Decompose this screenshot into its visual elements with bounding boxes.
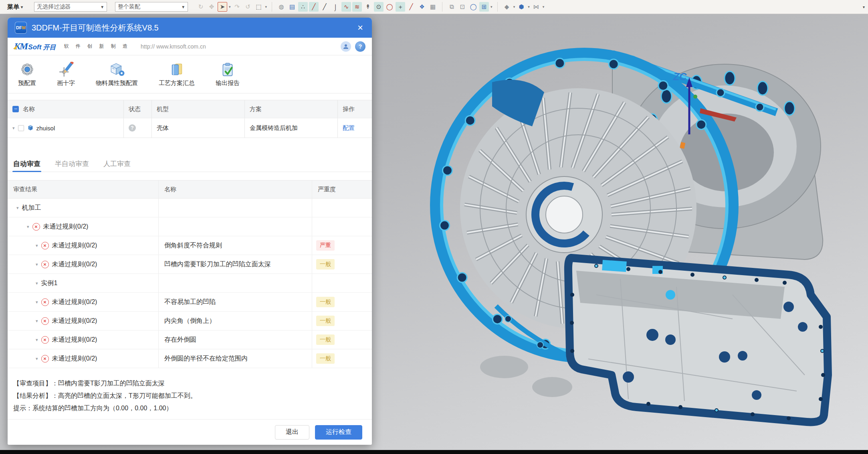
circle-icon[interactable]: ⊙ <box>374 2 384 12</box>
output-report-button[interactable]: 输出报告 <box>216 62 240 87</box>
exit-button[interactable]: 退出 <box>275 425 309 440</box>
result-tree-row[interactable]: ▾✕未通过规则(0/2)凹槽内需要T影刀加工的凹陷立面太深一般 <box>8 255 372 274</box>
result-table-header: 审查结果 名称 严重度 <box>8 180 372 199</box>
result-tree-row[interactable]: ▾机加工 <box>8 199 372 217</box>
rule-failed-icon: ✕ <box>32 223 40 231</box>
line-angled-icon[interactable]: ╱ <box>406 2 416 12</box>
preconfig-button[interactable]: 预配置 <box>18 62 36 87</box>
menu-button[interactable]: 菜单 ▾ <box>4 3 26 11</box>
chevron-down-icon: ▼ <box>100 5 104 9</box>
part-icon[interactable]: ◆ <box>502 2 512 12</box>
run-check-button[interactable]: 运行检查 <box>315 425 362 440</box>
expand-caret-icon[interactable]: ▾ <box>16 205 19 211</box>
measure-icon[interactable]: ⋈ <box>531 2 541 12</box>
solid-icon[interactable]: ⬢ <box>517 2 526 12</box>
assembly-row[interactable]: ▾ zhuisol ? 壳体 金属模铸造后机加 配置 <box>8 118 372 138</box>
ellipse-tool-icon[interactable]: ◯ <box>468 2 478 12</box>
detail-result-analysis: 【结果分析】：高亮的凹槽的立面太深，T形刀可能都加工不到。 <box>13 389 366 402</box>
pencil-cross-icon <box>59 62 74 77</box>
model-lug <box>532 377 572 397</box>
select-rect-icon[interactable]: ⬚ <box>254 2 264 12</box>
window-capture-icon[interactable]: ⧉ <box>447 2 456 12</box>
select-all-checkbox[interactable]: – <box>12 106 19 112</box>
bottom-edge-bar <box>0 450 868 454</box>
process-folder-icon <box>169 62 184 77</box>
selection-scope-dropdown[interactable]: 整个装配 ▼ <box>115 2 188 12</box>
sketch-line-icon[interactable]: ╱ <box>320 2 329 12</box>
expand-caret-icon[interactable]: ▾ <box>36 243 38 248</box>
face-icon[interactable]: ❖ <box>417 2 427 12</box>
row-checkbox[interactable] <box>18 125 24 131</box>
material-preconfig-button[interactable]: 物料属性预配置 <box>96 62 138 87</box>
action-label: 预配置 <box>18 79 36 87</box>
point-icon[interactable]: ＋ <box>396 2 405 12</box>
chevron-down-icon[interactable]: ▾ <box>543 5 545 9</box>
expand-caret-icon[interactable]: ▾ <box>12 126 15 131</box>
tab-auto-review[interactable]: 自动审查 <box>13 156 40 172</box>
result-tree-row[interactable]: ▾✕未通过规则(0/2) <box>8 217 372 236</box>
action-label: 物料属性预配置 <box>96 79 138 87</box>
chevron-down-icon[interactable]: ▾ <box>265 5 267 9</box>
model-3d-view[interactable]: ZC <box>372 14 868 450</box>
ellipse-icon[interactable]: ◯ <box>385 2 394 12</box>
chevron-down-icon[interactable]: ▾ <box>513 5 515 9</box>
grid-window-icon[interactable]: ⊞ <box>479 2 489 12</box>
mesh-icon[interactable]: ▦ <box>428 2 438 12</box>
chevron-down-icon[interactable]: ▾ <box>491 5 493 9</box>
expand-caret-icon[interactable]: ▾ <box>36 300 38 305</box>
orbit-icon[interactable]: ↻ <box>196 2 206 12</box>
toolbar-separator <box>272 2 272 12</box>
result-tree-row[interactable]: ▾✕未通过规则(0/2)外倒圆的半径不在给定范围内一般 <box>8 349 372 368</box>
curve-hook-icon[interactable]: ⌡ <box>331 2 340 12</box>
point-set-icon[interactable]: ∴ <box>298 2 308 12</box>
brand-header: KM Soft 开目 软 件 创 新 制 造 http:// www.kmsof… <box>8 38 372 55</box>
zc-axis-label: ZC <box>673 71 687 82</box>
close-icon[interactable]: × <box>356 22 365 33</box>
chevron-down-icon[interactable]: ▾ <box>229 5 231 9</box>
col-name: 名称 <box>23 105 35 113</box>
status-unknown-icon: ? <box>129 124 136 132</box>
expand-caret-icon[interactable]: ▾ <box>36 318 38 324</box>
part-name: zhuisol <box>36 125 55 132</box>
tree-node-label: 未通过规则(0/2) <box>52 317 97 325</box>
result-tree-row[interactable]: ▾✕未通过规则(0/2)倒角斜度不符合规则严重 <box>8 236 372 255</box>
pan-icon[interactable]: ✥ <box>207 2 216 12</box>
expand-caret-icon[interactable]: ▾ <box>27 224 29 229</box>
configure-link[interactable]: 配置 <box>343 124 355 132</box>
report-check-icon <box>220 62 235 77</box>
dialog-titlebar[interactable]: DFM 3DDFM-开目可制造性分析系统V8.5 × <box>8 18 372 38</box>
expand-caret-icon[interactable]: ▾ <box>36 337 38 343</box>
result-tree-row[interactable]: ▾✕未通过规则(0/2)存在外倒圆一般 <box>8 330 372 349</box>
tab-manual-review[interactable]: 人工审查 <box>103 156 131 172</box>
tab-semi-auto-review[interactable]: 半自动审查 <box>55 156 89 172</box>
spin-view-icon[interactable]: ↺ <box>243 2 253 12</box>
expand-caret-icon[interactable]: ▾ <box>36 356 38 361</box>
user-icon[interactable] <box>341 41 351 52</box>
help-icon[interactable]: ? <box>355 41 365 52</box>
sphere-icon[interactable]: ◍ <box>277 2 286 12</box>
sheet-icon[interactable]: ▤ <box>287 2 297 12</box>
kmsoft-logo: KM Soft 开目 <box>14 41 56 52</box>
menu-label: 菜单 <box>7 3 19 11</box>
result-tree-row[interactable]: ▾实例1 <box>8 274 372 293</box>
toolbar-overflow-icon[interactable]: ▾ <box>863 5 865 9</box>
snap-point-icon[interactable]: ➤ <box>218 2 227 12</box>
action-label: 输出报告 <box>216 79 240 87</box>
line-icon[interactable]: ╱ <box>309 2 319 12</box>
action-toolbar: 预配置 画十字 物料属性预配置 <box>8 55 372 93</box>
process-summary-button[interactable]: 工艺方案汇总 <box>159 62 195 87</box>
expand-caret-icon[interactable]: ▾ <box>36 262 38 267</box>
severity-badge: 一般 <box>316 316 335 326</box>
rotate-view-icon[interactable]: ↷ <box>232 2 242 12</box>
window-export-icon[interactable]: ⊡ <box>458 2 467 12</box>
datum-axis-icon[interactable]: ↟ <box>363 2 373 12</box>
fit-curve-icon[interactable]: ≋ <box>352 2 362 12</box>
selection-filter-dropdown[interactable]: 无选择过滤器 ▼ <box>34 2 107 12</box>
expand-caret-icon[interactable]: ▾ <box>36 281 38 286</box>
spline-icon[interactable]: ∿ <box>341 2 351 12</box>
logo-kaimu: 开目 <box>43 43 56 52</box>
chevron-down-icon[interactable]: ▾ <box>528 5 530 9</box>
draw-cross-button[interactable]: 画十字 <box>57 62 75 87</box>
result-tree-row[interactable]: ▾✕未通过规则(0/2)内尖角（倒角上）一般 <box>8 312 372 330</box>
result-tree-row[interactable]: ▾✕未通过规则(0/2)不容易加工的凹陷一般 <box>8 293 372 312</box>
